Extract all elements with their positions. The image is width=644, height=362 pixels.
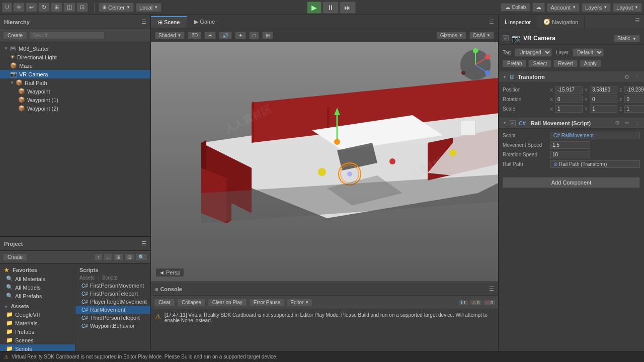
static-badge[interactable]: Static ▼ [614, 35, 640, 42]
hierarchy-item-vr-camera[interactable]: 📷 VR Camera [0, 70, 150, 78]
script-file-6[interactable]: C# WaypointBehavior [75, 322, 150, 330]
transform-tool[interactable]: ✛ [13, 3, 25, 12]
move-tool[interactable]: ⊞ [51, 3, 62, 12]
project-menu-icon[interactable]: ☰ [141, 240, 146, 247]
tab-game[interactable]: ▶ Game [187, 17, 222, 27]
lights-btn[interactable]: ☀ [204, 32, 216, 39]
console-editor-dropdown[interactable]: Editor ▼ [287, 299, 312, 306]
hierarchy-menu-icon[interactable]: ☰ [141, 19, 146, 25]
project-tool1[interactable]: ↑ [94, 253, 103, 261]
layer-dropdown[interactable]: Default [573, 48, 604, 57]
transform-header[interactable]: ▼ ⊞ Transform ⚙ ⋮ [499, 71, 644, 83]
scene-view[interactable]: 人人素材区 人人素材区 人人素材区 Y X [151, 42, 498, 282]
gizmos-dropdown[interactable]: Gizmos ▼ [437, 32, 466, 39]
inspector-menu-icon[interactable]: ☰ [631, 15, 644, 29]
rotation-y-input[interactable] [590, 96, 617, 103]
movement-speed-input[interactable] [550, 141, 590, 149]
play-button[interactable]: ▶ [307, 2, 321, 14]
project-materials[interactable]: 📁 Materials [0, 319, 75, 327]
redo-btn[interactable]: ↻ [38, 3, 50, 12]
revert-btn[interactable]: Revert [553, 60, 577, 67]
script-file-3[interactable]: C# PlayerTargetMovement [75, 298, 150, 306]
select-btn[interactable]: Select [528, 60, 551, 67]
tab-inspector[interactable]: ℹ Inspector [499, 15, 537, 29]
layers-dropdown[interactable]: Layers ▼ [582, 3, 611, 12]
hierarchy-root-item[interactable]: ▼ 🎮 M03_Starter [0, 44, 150, 53]
project-prefabs[interactable]: 📁 Prefabs [0, 327, 75, 336]
project-all-models[interactable]: 🔍 All Models [0, 283, 75, 292]
script-file-2[interactable]: C# FirstPersonTeleport [75, 290, 150, 298]
project-tool4[interactable]: ⊡ [124, 253, 134, 261]
step-button[interactable]: ⏭ [340, 2, 356, 14]
console-clear-btn[interactable]: Clear [154, 299, 175, 306]
hierarchy-search-input[interactable] [29, 32, 105, 39]
hierarchy-item-waypoint-1[interactable]: 📦 Waypoint (1) [0, 96, 150, 104]
transform-menu-icon[interactable]: ⋮ [634, 74, 640, 80]
account-dropdown[interactable]: Account ▼ [547, 3, 580, 12]
hierarchy-item-directional-light[interactable]: ☀ Directional Light [0, 53, 150, 61]
position-z-input[interactable] [624, 86, 644, 94]
console-menu-icon[interactable]: ☰ [489, 286, 494, 292]
hierarchy-item-maze[interactable]: 📦 Maze [0, 61, 150, 70]
console-clear-on-play-btn[interactable]: Clear on Play [208, 299, 247, 306]
layout-dropdown[interactable]: Layout ▼ [613, 3, 642, 12]
transform-settings-icon[interactable]: ⚙ [624, 74, 629, 80]
project-googlevr[interactable]: 📁 GoogleVR [0, 310, 75, 319]
local-btn[interactable]: Local ▼ [136, 3, 162, 12]
obj-active-checkbox[interactable] [503, 35, 509, 41]
apply-btn[interactable]: Apply [580, 60, 601, 67]
console-warning-badge[interactable]: ⚠ 0 [470, 300, 481, 305]
script-file-5[interactable]: C# ThirdPersonTeleport [75, 314, 150, 322]
2d-btn[interactable]: 2D [188, 32, 201, 39]
rotation-x-input[interactable] [555, 96, 583, 103]
project-scenes[interactable]: 📁 Scenes [0, 336, 75, 344]
script-enabled-checkbox[interactable] [510, 120, 516, 126]
cloud-btn[interactable]: ☁ [532, 3, 545, 12]
tab-navigation[interactable]: 🧭 Navigation [537, 15, 585, 29]
hierarchy-item-waypoint-2[interactable]: 📦 Waypoint (2) [0, 104, 150, 113]
undo-btn[interactable]: ↩ [26, 3, 37, 12]
console-error-pause-btn[interactable]: Error Pause [249, 299, 285, 306]
rail-menu-icon[interactable]: ⋮ [634, 120, 640, 126]
add-component-btn[interactable]: Add Component [503, 177, 640, 188]
rail-path-obj[interactable]: ⊙ Rail Path (Transform) [550, 160, 640, 168]
rail-movement-header[interactable]: ▼ C# Rail Movement (Script) ⚙ ✏ ⋮ [499, 118, 644, 129]
rail-edit-icon[interactable]: ✏ [625, 120, 629, 126]
scene-menu-icon[interactable]: ☰ [485, 17, 498, 27]
on-all-dropdown[interactable]: OnAll ▼ [469, 32, 494, 39]
audio-btn[interactable]: 🔊 [219, 32, 232, 39]
scene-dropdown2[interactable]: ⊞ [262, 32, 273, 39]
console-collapse-btn[interactable]: Collapse [177, 299, 206, 306]
console-error-badge[interactable]: ℹ 1 [459, 300, 468, 305]
prefab-btn[interactable]: Prefab [503, 60, 526, 67]
hidden-btn[interactable]: □ [249, 32, 259, 39]
position-x-input[interactable] [555, 86, 583, 94]
script-file-1[interactable]: C# FirstPersonMovement [75, 282, 150, 290]
rotation-z-input[interactable] [624, 96, 644, 103]
project-tool2[interactable]: ↓ [104, 253, 112, 261]
script-value[interactable]: C# RailMovement [550, 132, 640, 139]
snap-tool[interactable]: ◫ [63, 3, 75, 12]
tab-scene[interactable]: ⊞ Scene [151, 16, 187, 28]
project-all-prefabs[interactable]: 🔍 All Prefabs [0, 292, 75, 300]
rail-settings-icon[interactable]: ⚙ [615, 120, 620, 126]
position-y-input[interactable] [590, 86, 617, 94]
project-create-btn[interactable]: Create [3, 253, 27, 261]
project-search-icon[interactable]: 🔍 [135, 253, 147, 261]
extra-tool[interactable]: ⊡ [76, 3, 88, 12]
scale-y-input[interactable] [590, 105, 617, 113]
collab-btn[interactable]: ☁ Collab [501, 3, 530, 12]
hierarchy-item-rail-path[interactable]: ▼ 📦 Rail Path [0, 78, 150, 87]
tag-dropdown[interactable]: Untagged [515, 48, 552, 57]
pause-button[interactable]: ⏸ [323, 2, 339, 14]
hierarchy-create-btn[interactable]: Create [3, 32, 27, 39]
project-all-materials[interactable]: 🔍 All Materials [0, 275, 75, 283]
effects-btn[interactable]: ✦ [235, 32, 246, 39]
center-btn[interactable]: ⊕ Center ▼ [99, 3, 134, 12]
scale-x-input[interactable] [555, 105, 583, 113]
project-tool3[interactable]: ⊞ [113, 253, 123, 261]
script-file-4[interactable]: C# RailMovement [75, 306, 150, 314]
shading-dropdown[interactable]: Shaded ▼ [155, 32, 185, 39]
gizmo-widget[interactable]: Y X Z x [458, 47, 493, 82]
scale-z-input[interactable] [624, 105, 644, 113]
